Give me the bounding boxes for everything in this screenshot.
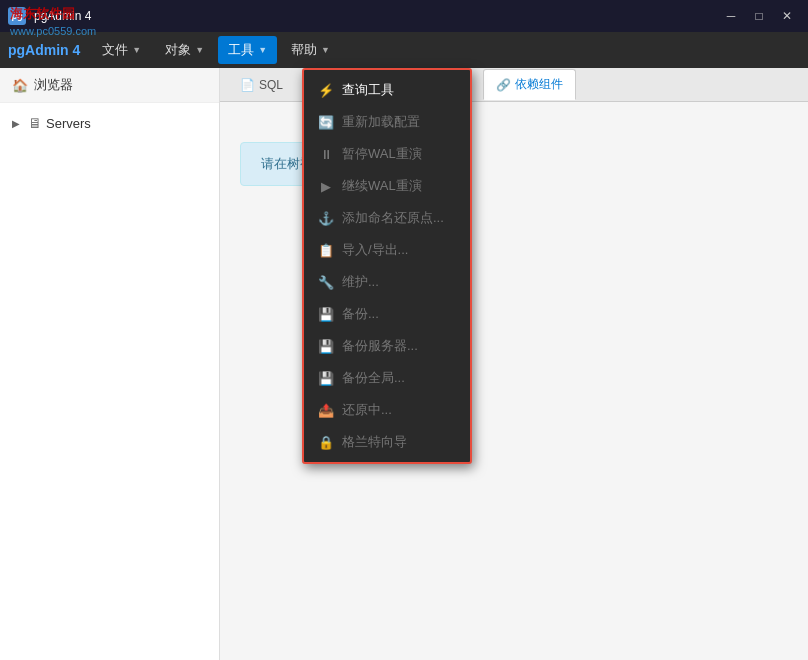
sidebar-title: 浏览器 bbox=[34, 76, 73, 94]
dropdown-item-backup-server[interactable]: 💾 备份服务器... bbox=[304, 330, 470, 362]
backup-label: 备份... bbox=[342, 305, 379, 323]
dropdown-item-import-export[interactable]: 📋 导入/导出... bbox=[304, 234, 470, 266]
dropdown-item-restore[interactable]: 📤 还原中... bbox=[304, 394, 470, 426]
dropdown-item-add-named-restore[interactable]: ⚓ 添加命名还原点... bbox=[304, 202, 470, 234]
home-icon: 🏠 bbox=[12, 78, 28, 93]
backup-global-icon: 💾 bbox=[318, 371, 334, 386]
backup-global-label: 备份全局... bbox=[342, 369, 405, 387]
dropdown-item-resume-wal[interactable]: ▶ 继续WAL重演 bbox=[304, 170, 470, 202]
dropdown-item-backup[interactable]: 💾 备份... bbox=[304, 298, 470, 330]
import-export-icon: 📋 bbox=[318, 243, 334, 258]
import-export-label: 导入/导出... bbox=[342, 241, 408, 259]
query-tool-icon: ⚡ bbox=[318, 83, 334, 98]
grant-wizard-label: 格兰特向导 bbox=[342, 433, 407, 451]
restore-label: 还原中... bbox=[342, 401, 392, 419]
tree-item-servers[interactable]: ▶ 🖥 Servers bbox=[4, 111, 215, 135]
title-bar-left: pg pgAdmin 4 bbox=[8, 7, 91, 25]
menu-item-help[interactable]: 帮助 ▼ bbox=[281, 36, 340, 64]
pause-wal-label: 暂停WAL重演 bbox=[342, 145, 422, 163]
tool-menu-arrow: ▼ bbox=[258, 45, 267, 55]
dropdown-item-backup-global[interactable]: 💾 备份全局... bbox=[304, 362, 470, 394]
app-title: pgAdmin 4 bbox=[34, 9, 91, 23]
add-named-restore-label: 添加命名还原点... bbox=[342, 209, 444, 227]
dropdown-item-query-tool[interactable]: ⚡ 查询工具 bbox=[304, 74, 470, 106]
sidebar: 🏠 浏览器 ▶ 🖥 Servers bbox=[0, 68, 220, 660]
backup-server-icon: 💾 bbox=[318, 339, 334, 354]
backup-server-label: 备份服务器... bbox=[342, 337, 418, 355]
restore-icon: 📤 bbox=[318, 403, 334, 418]
grant-wizard-icon: 🔒 bbox=[318, 435, 334, 450]
maximize-button[interactable]: □ bbox=[746, 6, 772, 26]
close-button[interactable]: ✕ bbox=[774, 6, 800, 26]
title-bar: pg pgAdmin 4 ─ □ ✕ bbox=[0, 0, 808, 32]
tab-sql-label: SQL bbox=[259, 78, 283, 92]
dropdown-item-grant-wizard[interactable]: 🔒 格兰特向导 bbox=[304, 426, 470, 458]
menu-item-file[interactable]: 文件 ▼ bbox=[92, 36, 151, 64]
menu-item-object[interactable]: 对象 ▼ bbox=[155, 36, 214, 64]
menu-bar: pgAdmin 4 文件 ▼ 对象 ▼ 工具 ▼ 帮助 ▼ bbox=[0, 32, 808, 68]
backup-icon: 💾 bbox=[318, 307, 334, 322]
maintenance-label: 维护... bbox=[342, 273, 379, 291]
server-icon: 🖥 bbox=[28, 115, 42, 131]
app-logo: pg bbox=[8, 7, 26, 25]
depobjs-icon: 🔗 bbox=[496, 78, 511, 92]
minimize-button[interactable]: ─ bbox=[718, 6, 744, 26]
dropdown-item-pause-wal[interactable]: ⏸ 暂停WAL重演 bbox=[304, 138, 470, 170]
sidebar-tree: ▶ 🖥 Servers bbox=[0, 103, 219, 660]
maintenance-icon: 🔧 bbox=[318, 275, 334, 290]
title-bar-controls: ─ □ ✕ bbox=[718, 6, 800, 26]
tab-depobjs-label: 依赖组件 bbox=[515, 76, 563, 93]
object-menu-arrow: ▼ bbox=[195, 45, 204, 55]
pause-wal-icon: ⏸ bbox=[318, 147, 334, 162]
tab-sql[interactable]: 📄 SQL bbox=[228, 72, 295, 98]
dropdown-item-maintenance[interactable]: 🔧 维护... bbox=[304, 266, 470, 298]
query-tool-label: 查询工具 bbox=[342, 81, 394, 99]
resume-wal-label: 继续WAL重演 bbox=[342, 177, 422, 195]
help-menu-arrow: ▼ bbox=[321, 45, 330, 55]
dropdown-item-reload-config[interactable]: 🔄 重新加载配置 bbox=[304, 106, 470, 138]
sql-icon: 📄 bbox=[240, 78, 255, 92]
sidebar-header: 🏠 浏览器 bbox=[0, 68, 219, 103]
reload-config-icon: 🔄 bbox=[318, 115, 334, 130]
menu-item-tool[interactable]: 工具 ▼ bbox=[218, 36, 277, 64]
add-named-restore-icon: ⚓ bbox=[318, 211, 334, 226]
tree-label-servers: Servers bbox=[46, 116, 91, 131]
tools-dropdown-menu: ⚡ 查询工具 🔄 重新加载配置 ⏸ 暂停WAL重演 ▶ 继续WAL重演 ⚓ 添加… bbox=[302, 68, 472, 464]
tab-depobjs[interactable]: 🔗 依赖组件 bbox=[483, 69, 576, 100]
resume-wal-icon: ▶ bbox=[318, 179, 334, 194]
pgadmin-logo: pgAdmin 4 bbox=[8, 42, 80, 58]
reload-config-label: 重新加载配置 bbox=[342, 113, 420, 131]
tree-toggle-servers: ▶ bbox=[12, 118, 24, 129]
file-menu-arrow: ▼ bbox=[132, 45, 141, 55]
